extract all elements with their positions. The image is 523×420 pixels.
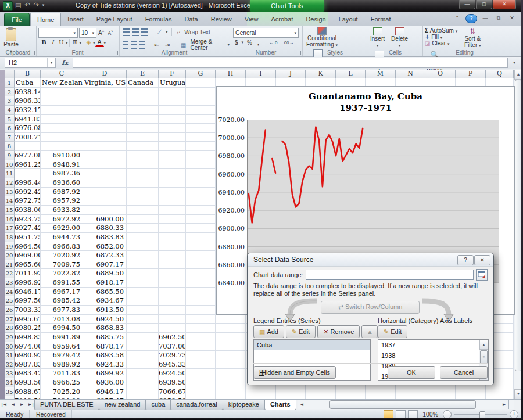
column-header-Q[interactable]: Q (486, 70, 514, 78)
italic-button[interactable]: I (48, 38, 57, 47)
decrease-decimal-icon[interactable]: .00→ (281, 40, 295, 46)
cell-G4[interactable] (186, 106, 216, 115)
orientation-icon[interactable]: ⟋ (156, 28, 163, 36)
cell-C1[interactable]: New Zealand (41, 78, 83, 88)
cell-C17[interactable]: 6929.00 (41, 224, 83, 233)
row-header-30[interactable]: 30 (5, 342, 15, 351)
cell-D10[interactable] (83, 160, 127, 170)
column-header-B[interactable]: B (15, 70, 41, 78)
category-item[interactable]: 1938 (378, 350, 488, 361)
cell-B2[interactable]: 6938.14 (15, 88, 41, 97)
fill-button[interactable]: ⬇ Fill ▾ (425, 34, 457, 40)
help-icon[interactable]: ? (465, 14, 477, 23)
cell-F1[interactable]: Uruguay (159, 78, 186, 88)
cell-F19[interactable] (159, 242, 186, 252)
name-box[interactable]: H2 ▾ (5, 58, 56, 68)
cell-D15[interactable] (83, 206, 127, 215)
cell-B11[interactable] (15, 169, 41, 178)
tab-home[interactable]: Home (30, 13, 61, 26)
cell-F21[interactable] (159, 260, 186, 270)
cell-E1[interactable]: Canada (127, 78, 159, 88)
scroll-right-icon[interactable]: ► (500, 400, 508, 410)
cell-B34[interactable]: 6993.50 (15, 378, 41, 387)
cell-F7[interactable] (159, 133, 186, 142)
conditional-formatting-button[interactable]: Conditional Formatting ▾ (302, 26, 342, 49)
tab-acrobat[interactable]: Acrobat (264, 13, 299, 26)
wrap-text-label[interactable]: Wrap Text (184, 29, 210, 35)
row-header-13[interactable]: 13 (5, 188, 15, 197)
cell-E12[interactable] (127, 178, 159, 188)
cell-G18[interactable] (186, 233, 216, 242)
cell-B32[interactable]: 6987.83 (15, 360, 41, 369)
cell-G32[interactable] (186, 360, 216, 369)
wrap-text-icon[interactable]: ⤶ (175, 28, 182, 36)
cell-C14[interactable]: 6957.92 (41, 196, 83, 206)
cell-D29[interactable]: 6885.75 (83, 333, 127, 342)
expand-formula-bar-icon[interactable]: ▾ (510, 58, 518, 67)
row-header-27[interactable]: 27 (5, 315, 15, 324)
increase-decimal-icon[interactable]: ←.0 (267, 40, 280, 46)
cell-C8[interactable] (41, 142, 83, 151)
cell-B17[interactable]: 6927.42 (15, 224, 41, 233)
row-header-19[interactable]: 19 (5, 242, 15, 252)
horizontal-scrollbar[interactable]: ◄ ► (298, 400, 514, 409)
number-format-combo[interactable]: General▾ (233, 28, 299, 38)
cell-E20[interactable] (127, 251, 159, 260)
formula-input[interactable] (73, 58, 508, 68)
cell-B30[interactable]: 6974.00 (15, 342, 41, 351)
cell-D20[interactable]: 6872.33 (83, 251, 127, 260)
hidden-empty-cells-button[interactable]: H Hidden and Empty Cells (253, 366, 336, 379)
cell-E32[interactable] (127, 360, 159, 369)
increase-indent-icon[interactable]: ⇥ (163, 41, 171, 49)
cell-G20[interactable] (186, 251, 216, 260)
column-header-K[interactable]: K (306, 70, 336, 78)
column-header-L[interactable]: L (336, 70, 366, 78)
status-recovered[interactable]: Recovered (30, 410, 72, 418)
shrink-font-icon[interactable]: A˅ (106, 29, 115, 37)
cell-F32[interactable]: 6945.33 (159, 360, 186, 369)
cell-G6[interactable] (186, 124, 216, 133)
cell-L35[interactable] (336, 387, 366, 397)
list-scroll-up-icon[interactable]: ▲ (479, 340, 488, 350)
autosum-button[interactable]: Σ AutoSum ▾ (425, 27, 457, 34)
row-header-7[interactable]: 7 (5, 133, 15, 142)
cell-C9[interactable]: 6910.00 (41, 151, 83, 160)
cell-G27[interactable] (186, 315, 216, 324)
cell-D26[interactable]: 6913.50 (83, 306, 127, 315)
cell-D35[interactable]: 6946.17 (83, 387, 127, 397)
cell-C25[interactable]: 6985.42 (41, 296, 83, 306)
column-header-J[interactable]: J (276, 70, 306, 78)
cell-G13[interactable] (186, 188, 216, 197)
cell-E26[interactable] (127, 306, 159, 315)
cell-C34[interactable]: 6966.25 (41, 378, 83, 387)
cell-G22[interactable] (186, 269, 216, 278)
collapse-ribbon-icon[interactable]: ⌃ (452, 15, 463, 23)
cell-E4[interactable] (127, 106, 159, 115)
cell-E14[interactable] (127, 196, 159, 206)
clear-button[interactable]: ◪ Clear ▾ (425, 40, 457, 46)
cell-G12[interactable] (186, 178, 216, 188)
row-header-35[interactable]: 35 (5, 387, 15, 397)
cell-E31[interactable] (127, 351, 159, 360)
cell-D7[interactable] (83, 133, 127, 142)
cell-D24[interactable]: 6865.50 (83, 288, 127, 297)
edit-series-button[interactable]: ✎Edit (286, 325, 316, 338)
cell-E35[interactable] (127, 387, 159, 397)
cell-D30[interactable]: 6878.17 (83, 342, 127, 351)
row-header-29[interactable]: 29 (5, 333, 15, 342)
undo-icon[interactable]: ↶ (24, 1, 30, 9)
tab-split-handle[interactable] (508, 400, 514, 409)
cell-E10[interactable] (127, 160, 159, 170)
switch-row-column-button[interactable]: ⇄ Switch Row/Column (321, 301, 420, 314)
cell-B14[interactable]: 6972.75 (15, 196, 41, 206)
row-header-23[interactable]: 23 (5, 278, 15, 288)
cell-F6[interactable] (159, 124, 186, 133)
cell-C18[interactable]: 6944.73 (41, 233, 83, 242)
cell-C20[interactable]: 7020.92 (41, 251, 83, 260)
cell-C6[interactable] (41, 124, 83, 133)
cell-E16[interactable] (127, 215, 159, 224)
redo-icon[interactable]: ↷ (34, 1, 39, 9)
row-header-3[interactable]: 3 (5, 96, 15, 106)
cell-G1[interactable] (186, 78, 216, 88)
chart-data-range-input[interactable] (306, 270, 474, 280)
